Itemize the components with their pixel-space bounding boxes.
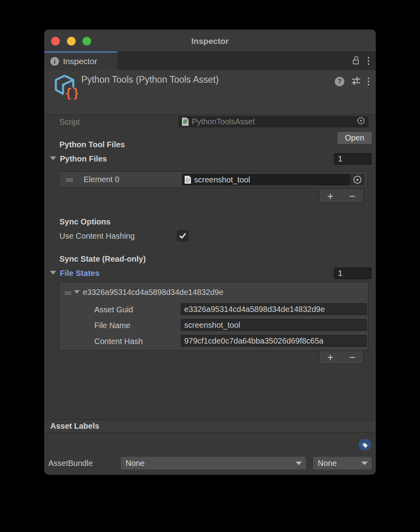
remove-file-state-button[interactable]: − bbox=[342, 352, 364, 363]
drag-handle-icon[interactable] bbox=[66, 177, 73, 182]
asset-label-tag-button[interactable] bbox=[359, 439, 371, 450]
chevron-down-icon bbox=[296, 462, 302, 465]
python-files-foldout-label[interactable]: Python Files bbox=[60, 154, 107, 163]
csharp-script-icon: # bbox=[181, 117, 189, 126]
add-element-button[interactable]: + bbox=[319, 190, 342, 202]
list-footer: + − bbox=[319, 190, 364, 203]
help-icon[interactable]: ? bbox=[335, 77, 344, 86]
sync-options-heading: Sync Options bbox=[59, 217, 111, 226]
file-states-foldout-icon[interactable] bbox=[50, 271, 56, 275]
tag-icon bbox=[361, 441, 369, 449]
python-files-count-field[interactable]: 1 bbox=[334, 153, 372, 165]
python-tool-files-heading: Python Tool Files bbox=[59, 140, 125, 149]
asset-labels-header[interactable]: Asset Labels bbox=[44, 420, 376, 433]
assetbundle-variant-value: None bbox=[318, 459, 337, 468]
list-item: Element 0 screenshot_tool bbox=[59, 172, 367, 187]
checkmark-icon bbox=[179, 232, 187, 240]
python-files-list: Element 0 screenshot_tool bbox=[59, 171, 368, 188]
unlock-icon[interactable] bbox=[351, 55, 361, 66]
chevron-down-icon bbox=[361, 462, 368, 465]
inspector-window: Inspector i Inspector bbox=[44, 30, 376, 475]
sync-state-heading: Sync State (Read-only) bbox=[59, 255, 146, 264]
use-content-hashing-label: Use Content Hashing bbox=[59, 232, 135, 241]
python-asset-icon: {} bbox=[53, 74, 78, 99]
assetbundle-value: None bbox=[126, 459, 145, 468]
element-label: Element 0 bbox=[84, 175, 119, 184]
element-value: screenshot_tool bbox=[194, 175, 250, 184]
svg-text:{}: {} bbox=[65, 86, 78, 99]
window-titlebar[interactable]: Inspector bbox=[44, 30, 376, 51]
file-states-footer: + − bbox=[319, 351, 364, 364]
tab-strip: i Inspector bbox=[44, 51, 376, 70]
assetbundle-label: AssetBundle bbox=[48, 459, 93, 468]
tab-label: Inspector bbox=[63, 57, 97, 66]
tab-inspector[interactable]: i Inspector bbox=[44, 51, 117, 70]
desktop-background: Inspector i Inspector bbox=[0, 0, 420, 532]
remove-element-button[interactable]: − bbox=[342, 190, 364, 202]
inspector-header: {} Python Tools (Python Tools Asset) ? O… bbox=[44, 70, 376, 115]
header-menu-icon[interactable] bbox=[368, 78, 369, 86]
window-title: Inspector bbox=[44, 30, 376, 51]
object-picker-icon[interactable] bbox=[357, 116, 365, 127]
assetbundle-variant-dropdown[interactable]: None bbox=[313, 457, 372, 469]
file-name-value: screenshot_tool bbox=[184, 321, 240, 330]
element-object-field[interactable]: screenshot_tool bbox=[182, 174, 365, 186]
python-files-foldout-icon[interactable] bbox=[50, 156, 56, 160]
script-label: Script bbox=[59, 118, 80, 127]
entry-header[interactable]: e3326a95314cd4a5898d34de14832d9e bbox=[83, 288, 223, 297]
file-state-entry: e3326a95314cd4a5898d34de14832d9e Asset G… bbox=[59, 282, 368, 350]
content-hash-field[interactable]: 979cf1cde0c7da64bba35026d69f8c65a bbox=[181, 335, 367, 347]
asset-guid-label: Asset Guid bbox=[94, 305, 133, 314]
file-name-label: File Name bbox=[94, 321, 130, 330]
open-button[interactable]: Open bbox=[338, 132, 372, 144]
file-states-count-field[interactable]: 1 bbox=[334, 268, 372, 279]
entry-foldout-icon[interactable] bbox=[74, 290, 80, 294]
tab-menu-icon[interactable] bbox=[368, 57, 369, 65]
asset-guid-field[interactable]: e3326a95314cd4a5898d34de14832d9e bbox=[181, 303, 367, 315]
asset-labels-heading: Asset Labels bbox=[50, 422, 99, 431]
info-icon: i bbox=[50, 57, 59, 66]
text-asset-icon bbox=[184, 175, 191, 184]
svg-text:#: # bbox=[183, 118, 188, 125]
object-picker-icon[interactable] bbox=[350, 174, 365, 186]
presets-icon[interactable] bbox=[351, 76, 361, 87]
file-name-field[interactable]: screenshot_tool bbox=[181, 319, 367, 331]
drag-handle-icon[interactable] bbox=[65, 291, 71, 296]
script-object-field[interactable]: # PythonToolsAsset bbox=[178, 116, 368, 127]
asset-title: Python Tools (Python Tools Asset) bbox=[81, 74, 219, 85]
file-states-foldout-label[interactable]: File States bbox=[60, 269, 99, 278]
add-file-state-button[interactable]: + bbox=[319, 352, 342, 363]
content-hash-value: 979cf1cde0c7da64bba35026d69f8c65a bbox=[184, 336, 323, 346]
file-states-list: e3326a95314cd4a5898d34de14832d9e Asset G… bbox=[59, 282, 368, 351]
use-content-hashing-checkbox[interactable] bbox=[177, 230, 188, 241]
asset-guid-value: e3326a95314cd4a5898d34de14832d9e bbox=[184, 305, 325, 314]
script-value: PythonToolsAsset bbox=[192, 117, 255, 126]
assetbundle-dropdown[interactable]: None bbox=[121, 457, 306, 469]
content-hash-label: Content Hash bbox=[94, 337, 143, 346]
